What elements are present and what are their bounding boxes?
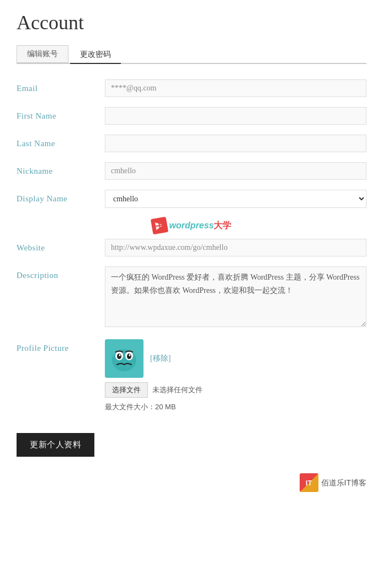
- nickname-input[interactable]: [105, 162, 366, 180]
- displayname-label: Display Name: [17, 190, 105, 204]
- email-label: Email: [17, 79, 105, 93]
- website-label: Website: [17, 239, 105, 253]
- it-icon: IT: [300, 473, 318, 492]
- profile-picture-row: Profile Picture: [17, 339, 366, 412]
- watermark-text: wordpress大学: [169, 220, 232, 232]
- description-label: Description: [17, 266, 105, 280]
- lastname-field-container: [105, 135, 366, 152]
- firstname-field-container: [105, 107, 366, 125]
- avatar-svg: [105, 339, 143, 378]
- watermark-logo: wordpress大学: [152, 218, 232, 233]
- svg-point-9: [119, 354, 121, 356]
- displayname-field-container: cmhello: [105, 190, 366, 208]
- svg-point-8: [127, 354, 131, 359]
- nickname-row: Nickname: [17, 162, 366, 180]
- displayname-select[interactable]: cmhello: [105, 190, 366, 208]
- website-input[interactable]: [105, 239, 366, 256]
- lastname-row: Last Name: [17, 135, 366, 152]
- footer-logo: IT 佰道乐IT博客: [300, 473, 366, 492]
- description-field-container: [105, 266, 366, 329]
- footer-site-text: 佰道乐IT博客: [321, 478, 366, 488]
- displayname-row: Display Name cmhello: [17, 190, 366, 208]
- website-row: Website: [17, 239, 366, 256]
- it-icon-text: IT: [306, 479, 312, 487]
- profile-picture-field-container: [移除] 选择文件 未选择任何文件 最大文件大小：20 MB: [105, 339, 366, 412]
- svg-point-7: [117, 354, 121, 359]
- wordpress-icon: [150, 217, 168, 234]
- firstname-row: First Name: [17, 107, 366, 125]
- tabs-container: 编辑账号 更改密码: [17, 45, 366, 64]
- no-file-chosen-text: 未选择任何文件: [152, 385, 203, 395]
- avatar: [105, 339, 143, 378]
- svg-point-10: [129, 354, 131, 356]
- watermark-row: wordpress大学: [17, 218, 366, 233]
- remove-picture-link[interactable]: [移除]: [150, 354, 171, 364]
- update-profile-button[interactable]: 更新个人资料: [17, 433, 94, 457]
- nickname-field-container: [105, 162, 366, 180]
- email-input[interactable]: [105, 79, 366, 97]
- submit-row: 更新个人资料: [17, 422, 366, 457]
- website-field-container: [105, 239, 366, 256]
- file-upload-row: 选择文件 未选择任何文件: [105, 382, 366, 398]
- firstname-label: First Name: [17, 107, 105, 121]
- page-title: Account: [17, 11, 366, 34]
- tab-edit-account[interactable]: 编辑账号: [17, 45, 68, 63]
- description-textarea[interactable]: [105, 266, 366, 327]
- description-row: Description: [17, 266, 366, 329]
- nickname-label: Nickname: [17, 162, 105, 176]
- choose-file-button[interactable]: 选择文件: [105, 382, 148, 398]
- footer-row: IT 佰道乐IT博客: [17, 473, 366, 492]
- max-file-size-text: 最大文件大小：20 MB: [105, 402, 366, 412]
- email-field-container: [105, 79, 366, 97]
- profile-picture-label: Profile Picture: [17, 339, 105, 353]
- firstname-input[interactable]: [105, 107, 366, 125]
- email-row: Email: [17, 79, 366, 97]
- lastname-input[interactable]: [105, 135, 366, 152]
- lastname-label: Last Name: [17, 135, 105, 148]
- tab-change-password[interactable]: 更改密码: [70, 46, 121, 64]
